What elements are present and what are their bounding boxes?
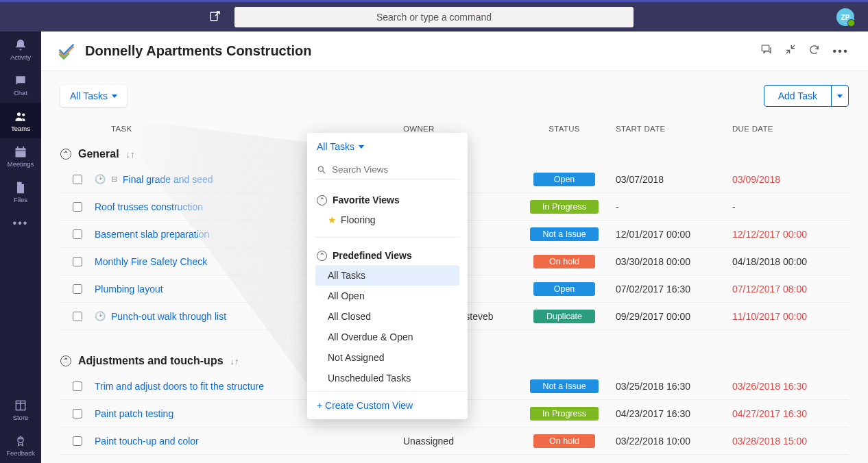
views-dropdown-label: All Tasks — [317, 141, 354, 152]
due-date: 12/12/2017 00:00 — [732, 229, 849, 240]
chevron-down-icon — [112, 95, 117, 98]
collapse-icon[interactable]: ⌃ — [317, 251, 327, 261]
col-task[interactable]: TASK — [95, 125, 403, 133]
task-title: Plumbing layout — [95, 284, 163, 295]
col-start[interactable]: START DATE — [616, 125, 732, 133]
conversation-icon[interactable] — [760, 43, 773, 59]
sidebar-item-feedback[interactable]: Feedback — [0, 427, 41, 463]
col-owner[interactable]: OWNER — [403, 125, 513, 133]
collapse-icon[interactable]: ⌃ — [60, 355, 71, 366]
row-checkbox[interactable] — [73, 436, 82, 446]
start-date: - — [616, 201, 732, 212]
task-title: Monthly Fire Safety Check — [95, 256, 207, 267]
status-badge[interactable]: On hold — [533, 255, 595, 268]
view-item[interactable]: Unscheduled Tasks — [315, 368, 459, 388]
sidebar-item-store[interactable]: Store — [0, 392, 41, 427]
row-checkbox[interactable] — [73, 229, 82, 239]
svg-rect-4 — [17, 146, 19, 148]
svg-point-10 — [18, 437, 23, 442]
refresh-icon[interactable] — [808, 44, 820, 59]
due-date: - — [732, 201, 849, 212]
view-item[interactable]: All Open — [315, 286, 459, 306]
predefined-views-header[interactable]: ⌃ Predefined Views — [315, 246, 459, 265]
row-checkbox[interactable] — [73, 202, 82, 212]
view-item[interactable]: ★Flooring — [315, 210, 459, 230]
status-badge[interactable]: In Progress — [530, 200, 599, 214]
create-custom-view[interactable]: + Create Custom View — [307, 391, 468, 419]
sidebar-more[interactable]: ••• — [13, 210, 29, 237]
sidebar-item-files[interactable]: Files — [0, 174, 41, 210]
row-checkbox[interactable] — [73, 284, 82, 294]
top-bar: Search or type a command ZP — [0, 0, 868, 32]
view-item[interactable]: Not Assigned — [315, 347, 459, 368]
views-search[interactable] — [315, 160, 459, 179]
status-badge[interactable]: Open — [533, 173, 595, 186]
search-placeholder: Search or type a command — [376, 12, 492, 23]
status-badge[interactable]: In Progress — [530, 407, 599, 421]
task-title: Paint patch testing — [95, 408, 173, 419]
group-name: General — [78, 148, 119, 160]
task-title: Roof trusses construction — [95, 201, 203, 212]
due-date: 04/18/2018 00:00 — [732, 256, 849, 267]
task-title: Final grade and seed — [123, 174, 213, 185]
row-checkbox[interactable] — [73, 381, 82, 391]
user-avatar[interactable]: ZP — [836, 8, 854, 26]
col-due[interactable]: DUE DATE — [732, 125, 849, 133]
view-item[interactable]: All Closed — [315, 306, 459, 327]
chevron-down-icon — [359, 145, 364, 149]
row-checkbox[interactable] — [73, 409, 82, 418]
sort-icon[interactable]: ↓↑ — [126, 149, 135, 160]
sort-icon[interactable]: ↓↑ — [230, 356, 239, 366]
status-badge[interactable]: Duplicate — [533, 310, 595, 323]
svg-rect-11 — [762, 45, 769, 51]
compose-icon[interactable] — [210, 10, 221, 24]
sidebar-label: Store — [13, 414, 29, 421]
collapse-icon[interactable]: ⌃ — [317, 195, 327, 205]
task-link[interactable]: Paint touch-up and color — [95, 436, 403, 447]
views-dropdown: All Tasks ⌃ Favorite Views ★Flooring ⌃ P… — [307, 133, 468, 419]
view-item[interactable]: All Tasks — [315, 265, 459, 286]
collapse-icon[interactable] — [785, 44, 796, 58]
sidebar-item-chat[interactable]: Chat — [0, 67, 41, 103]
sidebar-label: Files — [14, 196, 27, 203]
task-title: Paint touch-up and color — [95, 436, 199, 447]
view-item[interactable]: All Overdue & Open — [315, 327, 459, 347]
collapse-icon[interactable]: ⌃ — [60, 149, 71, 160]
predefined-views-label: Predefined Views — [333, 250, 412, 261]
app-logo-icon — [58, 42, 75, 60]
add-task-button[interactable]: Add Task — [764, 85, 849, 107]
due-date: 04/27/2017 16:30 — [732, 408, 849, 419]
status-badge[interactable]: Not a Issue — [530, 379, 598, 393]
status-badge[interactable]: On hold — [533, 434, 595, 448]
view-selector[interactable]: All Tasks — [60, 85, 127, 107]
row-checkbox[interactable] — [73, 312, 82, 321]
status-badge[interactable]: Not a Issue — [530, 227, 598, 241]
row-checkbox[interactable] — [73, 175, 82, 184]
star-icon: ★ — [328, 214, 337, 225]
owner-cell: Unassigned — [403, 436, 513, 447]
sidebar-label: Chat — [14, 89, 27, 97]
sidebar-item-meetings[interactable]: Meetings — [0, 138, 41, 174]
favorite-views-header[interactable]: ⌃ Favorite Views — [315, 190, 459, 210]
add-task-split[interactable] — [831, 86, 848, 106]
app-sidebar: Activity Chat Teams Meetings Files ••• S… — [0, 32, 41, 463]
search-input[interactable]: Search or type a command — [234, 7, 634, 27]
clock-icon: 🕑 — [95, 174, 106, 184]
views-dropdown-trigger[interactable]: All Tasks — [307, 133, 468, 160]
sidebar-item-activity[interactable]: Activity — [0, 32, 41, 67]
page-header: Donnelly Apartments Construction ••• — [41, 32, 868, 71]
clock-icon: 🕑 — [95, 311, 106, 321]
more-icon[interactable]: ••• — [832, 45, 849, 58]
status-badge[interactable]: Open — [533, 282, 595, 296]
sidebar-item-teams[interactable]: Teams — [0, 103, 41, 138]
svg-point-1 — [17, 112, 21, 116]
task-title: Basement slab preparation — [95, 229, 209, 240]
svg-rect-5 — [23, 146, 24, 148]
start-date: 09/29/2017 00:00 — [616, 311, 732, 322]
col-status[interactable]: STATUS — [513, 125, 616, 133]
due-date: 03/26/2018 16:30 — [732, 381, 849, 392]
row-checkbox[interactable] — [73, 257, 82, 266]
views-search-input[interactable] — [332, 164, 458, 175]
svg-rect-3 — [16, 148, 26, 157]
due-date: 11/10/2017 00:00 — [732, 311, 849, 322]
